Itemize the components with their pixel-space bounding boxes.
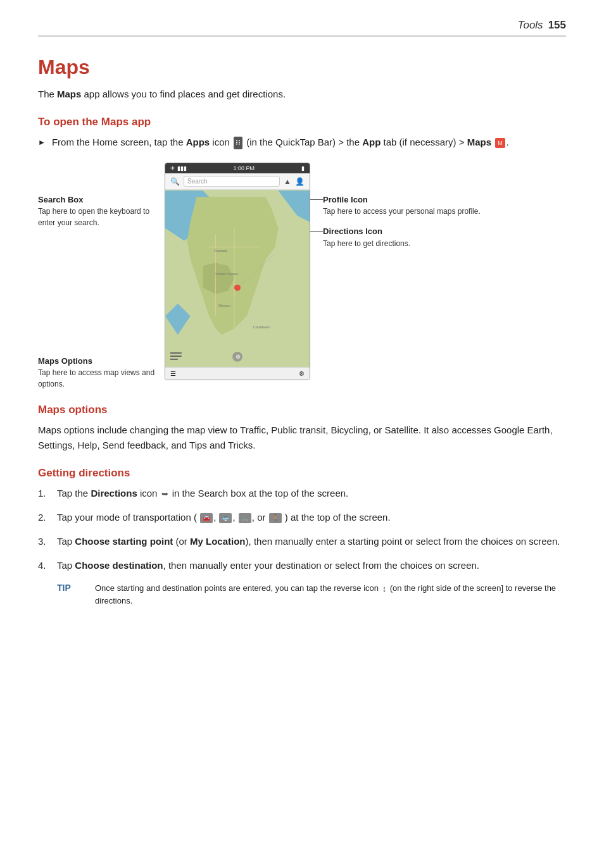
transit-icon: 🚌 xyxy=(219,513,232,523)
page-container: Tools 155 Maps The Maps app allows you t… xyxy=(0,0,604,868)
header-page-number: 155 xyxy=(548,19,566,32)
phone-bottom-bar: ☰ ⚙ xyxy=(165,367,310,380)
phone-map: ⚙ Canada United States Mexico Caribbean xyxy=(165,190,310,367)
phone-menu-icon: ☰ xyxy=(170,370,176,377)
profile-icon-label-desc: Tap here to access your personal maps pr… xyxy=(323,207,481,216)
svg-text:⚙: ⚙ xyxy=(236,354,241,360)
directions-icon-label: Directions Icon Tap here to get directio… xyxy=(323,226,566,249)
maps-options-label: Maps Options Tap here to access map view… xyxy=(38,356,165,390)
step-2-text: Tap your mode of transportation ( 🚘, 🚌, … xyxy=(57,510,566,525)
svg-text:Caribbean: Caribbean xyxy=(253,325,270,329)
phone-profile-icon: 👤 xyxy=(295,177,305,186)
directions-icon-label-title: Directions Icon xyxy=(323,226,382,236)
section-directions-heading: Getting directions xyxy=(38,467,566,480)
maps-options-label-title: Maps Options xyxy=(38,356,92,366)
status-signal: ✈ ▮▮▮ xyxy=(170,165,187,171)
tip-label: TIP xyxy=(57,582,95,593)
directions-icon-label-desc: Tap here to get directions. xyxy=(323,239,410,248)
bike-icon: 🚲 xyxy=(239,513,251,523)
main-heading: Maps xyxy=(38,56,566,79)
svg-rect-10 xyxy=(170,359,178,360)
open-maps-text: From the Home screen, tap the Apps icon … xyxy=(52,135,566,150)
search-box-label: Search Box Tap here to open the keyboard… xyxy=(38,194,165,229)
intro-text: The Maps app allows you to find places a… xyxy=(38,87,566,102)
phone-filter-icon: ▲ xyxy=(284,177,291,186)
header-section-title: Tools xyxy=(518,19,543,32)
step-1-num: 1. xyxy=(38,486,57,501)
car-icon: 🚘 xyxy=(200,513,213,523)
header-bar: Tools 155 xyxy=(38,19,566,37)
step-3: 3. Tap Choose starting point (or My Loca… xyxy=(38,534,566,549)
step-1-text: Tap the Directions icon ➥ in the Search … xyxy=(57,486,566,501)
directions-icon-connector xyxy=(310,231,323,232)
phone-search-icon: 🔍 xyxy=(170,177,180,186)
apps-icon: ⁝⁝ xyxy=(234,137,242,149)
step-4-num: 4. xyxy=(38,558,57,573)
svg-text:Mexico: Mexico xyxy=(218,304,231,307)
profile-icon-label: Profile Icon Tap here to access your per… xyxy=(323,194,566,217)
status-battery: ▮ xyxy=(301,165,305,171)
phone-toolbar: 🔍 Search ▲ 👤 xyxy=(165,173,310,190)
section-options-heading: Maps options xyxy=(38,404,566,416)
open-maps-bullet: ► From the Home screen, tap the Apps ico… xyxy=(38,135,566,150)
walk-icon: 🚶 xyxy=(269,513,282,523)
directions-nav-icon: ➥ xyxy=(161,488,168,501)
reverse-icon: ↕ xyxy=(382,583,387,595)
phone-status-bar: ✈ ▮▮▮ 1:00 PM ▮ xyxy=(165,163,310,173)
bullet-arrow-icon: ► xyxy=(38,137,46,149)
section-options-body: Maps options include changing the map vi… xyxy=(38,423,566,453)
map-svg: ⚙ Canada United States Mexico Caribbean xyxy=(165,190,310,367)
step-4: 4. Tap Choose destination, then manually… xyxy=(38,558,566,573)
svg-text:United States: United States xyxy=(215,272,238,276)
phone-search-placeholder: Search xyxy=(187,178,208,185)
step-3-num: 3. xyxy=(38,534,57,549)
phone-mockup: ✈ ▮▮▮ 1:00 PM ▮ 🔍 Search ▲ 👤 xyxy=(165,163,310,380)
phone-search-box[interactable]: Search xyxy=(184,176,280,187)
profile-icon-label-title: Profile Icon xyxy=(323,195,368,204)
svg-rect-8 xyxy=(170,352,182,354)
status-time: 1:00 PM xyxy=(233,165,255,171)
step-2: 2. Tap your mode of transportation ( 🚘, … xyxy=(38,510,566,525)
diagram-section: Search Box Tap here to open the keyboard… xyxy=(38,163,566,390)
search-box-label-desc: Tap here to open the keyboard to enter y… xyxy=(38,207,149,227)
profile-icon-connector xyxy=(310,199,323,200)
step-2-num: 2. xyxy=(38,510,57,525)
svg-rect-9 xyxy=(170,356,182,357)
tip-box: TIP Once starting and destination points… xyxy=(57,582,566,607)
maps-options-label-desc: Tap here to access map views and options… xyxy=(38,368,154,388)
diagram-right-labels: Profile Icon Tap here to access your per… xyxy=(310,163,566,258)
step-4-text: Tap Choose destination, then manually en… xyxy=(57,558,566,573)
svg-text:Canada: Canada xyxy=(214,249,227,252)
step-1: 1. Tap the Directions icon ➥ in the Sear… xyxy=(38,486,566,501)
directions-list: 1. Tap the Directions icon ➥ in the Sear… xyxy=(38,486,566,573)
step-3-text: Tap Choose starting point (or My Locatio… xyxy=(57,534,566,549)
search-box-label-title: Search Box xyxy=(38,195,84,204)
phone-settings-icon: ⚙ xyxy=(299,370,305,377)
section-open-heading: To open the Maps app xyxy=(38,116,566,128)
tip-text: Once starting and destination points are… xyxy=(95,582,566,607)
diagram-left-labels: Search Box Tap here to open the keyboard… xyxy=(38,163,165,390)
maps-app-icon: M xyxy=(495,138,505,148)
